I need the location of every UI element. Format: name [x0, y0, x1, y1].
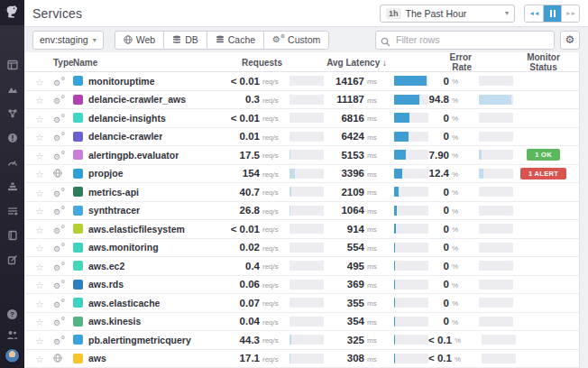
service-name-link[interactable]: aws.kinesis	[88, 316, 141, 327]
favorite-star-icon[interactable]: ☆	[35, 114, 44, 124]
table-row[interactable]: ☆ ⚙⚙ aws.ec2 0.4 req/s 495 ms 0 %	[24, 257, 579, 276]
table-row[interactable]: ☆ ⚙⚙ delancie-crawler 0.01 req/s 6424 ms…	[24, 128, 579, 147]
error-rate-value: 0	[428, 279, 449, 290]
filter-rows-input[interactable]	[375, 31, 555, 50]
requests-unit: req/s	[262, 262, 282, 271]
rewind-button[interactable]: ◄◄	[525, 5, 543, 22]
requests-bar	[289, 95, 324, 105]
table-row[interactable]: ☆ ⚙⚙ aws.monitoring 0.02 req/s 554 ms 0 …	[24, 239, 579, 258]
error-rate-value: 0	[428, 205, 449, 216]
error-rate-bar	[479, 187, 513, 197]
latency-column-header[interactable]: Avg Latency ↓	[324, 58, 428, 68]
side-nav: ?	[0, 0, 24, 368]
custom-type-icon: ⚙⚙	[53, 226, 64, 235]
table-row[interactable]: ☆ ⚙⚙ delancie-insights < 0.01 req/s 6816…	[24, 109, 579, 128]
type-column-header[interactable]: Type	[53, 58, 73, 68]
favorite-star-icon[interactable]: ☆	[35, 151, 44, 161]
service-name-link[interactable]: alertingpb.evaluator	[88, 150, 179, 161]
service-name-link[interactable]: monitoruptime	[88, 76, 155, 87]
nav-infrastructure-icon[interactable]	[0, 84, 24, 95]
service-name-link[interactable]: propjoe	[88, 168, 124, 179]
favorite-star-icon[interactable]: ☆	[35, 262, 44, 272]
service-name-link[interactable]: delancie-insights	[88, 113, 166, 124]
table-row[interactable]: ☆ ⚙⚙ aws 17.1 req/s 308 ms < 0.1 %	[24, 350, 579, 368]
favorite-star-icon[interactable]: ☆	[35, 95, 44, 106]
nav-monitors-icon[interactable]	[0, 206, 24, 216]
service-name-link[interactable]: aws.elasticache	[88, 298, 160, 308]
nav-metrics-icon[interactable]	[0, 157, 24, 168]
nav-events-icon[interactable]	[0, 133, 24, 143]
table-row[interactable]: ☆ ⚙⚙ propjoe 154 req/s 3396 ms 12.4 % 1	[24, 165, 579, 184]
error-rate-bar	[482, 354, 516, 363]
service-name-link[interactable]: delancie-crawler_aws	[88, 94, 186, 105]
table-row[interactable]: ☆ ⚙⚙ aws.kinesis 0.04 req/s 354 ms 0 %	[24, 313, 579, 332]
requests-value: 17.1	[226, 353, 260, 363]
nav-logs-icon[interactable]	[0, 230, 24, 241]
requests-cell: 44.3 req/s	[226, 335, 324, 345]
pause-button[interactable]	[543, 5, 561, 22]
service-name-link[interactable]: aws	[88, 353, 106, 363]
datadog-logo[interactable]	[0, 0, 24, 25]
favorite-star-icon[interactable]: ☆	[35, 225, 44, 235]
table-row[interactable]: ☆ ⚙⚙ aws.rds 0.06 req/s 369 ms 0 %	[24, 276, 579, 295]
favorite-star-icon[interactable]: ☆	[35, 188, 44, 198]
favorite-star-icon[interactable]: ☆	[35, 317, 44, 327]
service-name-link[interactable]: aws.monitoring	[88, 242, 159, 253]
favorite-star-icon[interactable]: ☆	[35, 354, 44, 364]
table-row[interactable]: ☆ ⚙⚙ aws.elasticfilesystem < 0.01 req/s …	[24, 220, 579, 239]
error-rate-unit: %	[452, 97, 472, 105]
service-name-link[interactable]: delancie-crawler	[88, 131, 162, 142]
latency-cell: 325 ms	[324, 335, 428, 345]
user-avatar[interactable]	[0, 350, 24, 361]
service-name-link[interactable]: synthtracer	[88, 205, 140, 216]
nav-dashboards-icon[interactable]	[0, 60, 24, 70]
forward-button[interactable]: ►►	[561, 5, 579, 22]
favorite-star-icon[interactable]: ☆	[35, 280, 44, 290]
table-settings-button[interactable]: ⚙	[560, 31, 580, 50]
favorite-star-icon[interactable]: ☆	[35, 336, 44, 346]
monitor-status-badge[interactable]: 1 ALERT	[520, 168, 566, 179]
help-icon[interactable]: ?	[0, 308, 24, 319]
service-name-link[interactable]: aws.elasticfilesystem	[88, 224, 185, 235]
error-rate-column-header[interactable]: Error Rate	[428, 52, 513, 72]
favorite-star-icon[interactable]: ☆	[35, 299, 44, 309]
table-row[interactable]: ☆ ⚙⚙ monitoruptime < 0.01 req/s 14167 ms…	[24, 72, 579, 91]
service-name-link[interactable]: aws.ec2	[88, 261, 124, 271]
filter-db-button[interactable]: DB	[163, 32, 207, 49]
table-row[interactable]: ☆ ⚙⚙ delancie-crawler_aws 0.3 req/s 1118…	[24, 91, 579, 110]
service-name-link[interactable]: pb.alertingmetricquery	[88, 335, 191, 345]
env-filter-dropdown[interactable]: env:staging ▾	[32, 31, 104, 50]
filter-custom-button[interactable]: ⚙⚙ Custom	[263, 32, 328, 49]
custom-type-icon: ⚙⚙	[53, 207, 64, 216]
nav-apm-icon[interactable]	[0, 181, 24, 192]
name-column-header[interactable]: Name	[73, 58, 226, 68]
nav-notebooks-icon[interactable]	[0, 254, 24, 265]
latency-bar	[394, 76, 428, 86]
favorite-star-icon[interactable]: ☆	[35, 132, 44, 143]
requests-column-header[interactable]: Requests	[226, 58, 324, 68]
filter-web-button[interactable]: Web	[115, 32, 163, 49]
table-row[interactable]: ☆ ⚙⚙ synthtracer 26.8 req/s 1064 ms 0 %	[24, 202, 579, 221]
favorite-star-icon[interactable]: ☆	[35, 77, 44, 87]
filter-cache-button[interactable]: Cache	[207, 32, 263, 49]
table-row[interactable]: ☆ ⚙⚙ aws.elasticache 0.07 req/s 355 ms 0…	[24, 294, 579, 313]
services-table: Type Name Requests Avg Latency ↓ Error R…	[24, 52, 580, 368]
table-row[interactable]: ☆ ⚙⚙ metrics-api 40.7 req/s 2109 ms 0 %	[24, 183, 579, 202]
filter-custom-label: Custom	[288, 34, 320, 45]
time-range-picker[interactable]: 1h The Past Hour ▾	[380, 5, 515, 23]
favorite-star-icon[interactable]: ☆	[35, 243, 44, 253]
monitor-status-badge[interactable]: 1 OK	[527, 149, 560, 161]
latency-cell: 308 ms	[324, 353, 428, 363]
nav-host-map-icon[interactable]	[0, 108, 24, 119]
table-row[interactable]: ☆ ⚙⚙ pb.alertingmetricquery 44.3 req/s 3…	[24, 331, 579, 350]
table-row[interactable]: ☆ ⚙⚙ alertingpb.evaluator 17.5 req/s 515…	[24, 146, 579, 165]
service-name-link[interactable]: aws.rds	[88, 279, 124, 290]
error-rate-bar	[479, 150, 513, 160]
requests-value: 154	[226, 168, 260, 179]
monitor-status-column-header[interactable]: Monitor Status	[513, 52, 574, 72]
error-rate-bar	[479, 280, 513, 290]
favorite-star-icon[interactable]: ☆	[35, 206, 44, 216]
favorite-star-icon[interactable]: ☆	[35, 169, 44, 179]
service-name-link[interactable]: metrics-api	[88, 187, 139, 198]
team-icon[interactable]	[0, 329, 24, 340]
